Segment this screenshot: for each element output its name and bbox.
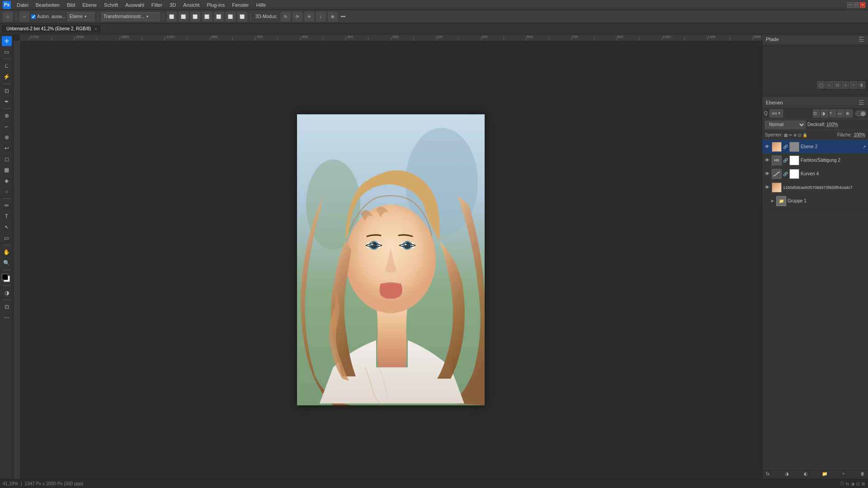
align-top-button[interactable]: ⬜ bbox=[202, 12, 212, 22]
shape-tool[interactable]: ▭ bbox=[2, 233, 12, 243]
minimize-button[interactable]: ─ bbox=[847, 2, 853, 8]
menu-bearbeiten[interactable]: Bearbeiten bbox=[33, 1, 63, 9]
color-swatches[interactable] bbox=[2, 274, 12, 284]
lock-transparent-icon[interactable]: ▦ bbox=[784, 133, 788, 137]
close-button[interactable]: × bbox=[860, 2, 865, 8]
menu-bild[interactable]: Bild bbox=[64, 1, 78, 9]
layer-adjustment-button[interactable]: ◐ bbox=[802, 470, 809, 478]
layer-new-button[interactable]: + bbox=[840, 470, 847, 478]
3d-slide-button[interactable]: ↕ bbox=[316, 12, 326, 22]
align-left-button[interactable]: ⬜ bbox=[167, 12, 177, 22]
layer-row-farbton[interactable]: 👁 HS 🔗 Farbton/Sättigung 2 bbox=[762, 154, 868, 167]
lock-all-icon[interactable]: 🔒 bbox=[802, 133, 807, 137]
layer-link-kurven4[interactable]: 🔗 bbox=[783, 172, 788, 176]
heal-tool[interactable]: ⊕ bbox=[2, 111, 12, 121]
paths-panel-menu-icon[interactable]: ☰ bbox=[859, 36, 864, 43]
maximize-button[interactable]: □ bbox=[854, 2, 859, 8]
history-brush-tool[interactable]: ↩ bbox=[2, 143, 12, 153]
pen-tool[interactable]: ✏ bbox=[2, 201, 12, 211]
blur-tool[interactable]: ◈ bbox=[2, 176, 12, 186]
selection-tool[interactable]: ▭ bbox=[2, 47, 12, 57]
selection-to-path-button[interactable]: ◇ bbox=[842, 81, 849, 89]
align-center-h-button[interactable]: ⬜ bbox=[179, 12, 189, 22]
path-select-tool[interactable]: ↖ bbox=[2, 222, 12, 232]
menu-ebene[interactable]: Ebene bbox=[79, 1, 100, 9]
align-middle-v-button[interactable]: ⬜ bbox=[214, 12, 224, 22]
status-artboard-icon[interactable]: ⊡ bbox=[856, 482, 860, 486]
layers-panel-menu-icon[interactable]: ☰ bbox=[859, 99, 864, 106]
layer-row-ebene2[interactable]: 👁 🔗 Ebene 2 ↗ bbox=[762, 140, 868, 154]
crop-tool[interactable]: ⊡ bbox=[2, 86, 12, 96]
layer-visibility-kurven4[interactable]: 👁 bbox=[764, 171, 770, 177]
layer-group-button[interactable]: 📁 bbox=[821, 470, 828, 478]
move-tool-options[interactable]: ↔ bbox=[19, 12, 29, 22]
auto-select-checkbox[interactable] bbox=[31, 14, 36, 19]
layer-link-farbton[interactable]: 🔗 bbox=[783, 158, 788, 163]
distribute-button[interactable]: ⬜ bbox=[237, 12, 247, 22]
transform-dropdown[interactable]: Transformationsstr... ▼ bbox=[101, 12, 160, 21]
status-fullscreen-icon[interactable]: ⊞ bbox=[862, 482, 865, 486]
fill-value[interactable]: 100% bbox=[854, 132, 865, 137]
quick-mask-button[interactable]: ◑ bbox=[2, 288, 12, 298]
layer-fx-button[interactable]: fx bbox=[764, 470, 771, 478]
dodge-tool[interactable]: ○ bbox=[2, 187, 12, 197]
lock-position-icon[interactable]: ⊕ bbox=[793, 133, 797, 137]
status-fx-icon[interactable]: fx bbox=[846, 482, 849, 486]
3d-scale-button[interactable]: ⊕ bbox=[328, 12, 338, 22]
layer-add-mask-button[interactable]: ◑ bbox=[783, 470, 790, 478]
lock-artboard-icon[interactable]: ⊡ bbox=[798, 133, 802, 137]
menu-hilfe[interactable]: Hilfe bbox=[253, 1, 269, 9]
menu-fenster[interactable]: Fenster bbox=[229, 1, 252, 9]
filter-kind-dropdown[interactable]: Art ▼ bbox=[769, 109, 783, 117]
path-stroke-button[interactable]: ⌐ bbox=[826, 81, 833, 89]
eyedropper-tool[interactable]: ✒ bbox=[2, 97, 12, 107]
layer-visibility-farbton[interactable]: 👁 bbox=[764, 157, 770, 164]
filter-smart-button[interactable]: ⊗ bbox=[845, 109, 853, 117]
opacity-value[interactable]: 100% bbox=[826, 122, 838, 127]
path-to-selection-button[interactable]: ⊡ bbox=[834, 81, 841, 89]
move-tool[interactable]: ✛ bbox=[2, 36, 12, 46]
hand-tool[interactable]: ✋ bbox=[2, 247, 12, 257]
menu-3d[interactable]: 3D bbox=[166, 1, 179, 9]
filter-shape-button[interactable]: ▭ bbox=[837, 109, 844, 117]
layer-row-gruppe1[interactable]: ▶ 📁 Gruppe 1 bbox=[762, 194, 868, 208]
canvas-image[interactable] bbox=[297, 114, 485, 405]
menu-ansicht[interactable]: Ansicht bbox=[180, 1, 203, 9]
layer-row-hash[interactable]: 👁 11b0d5dcae835708d472f6d3f54ca4c7 bbox=[762, 181, 868, 194]
layer-row-kurven4[interactable]: 👁 🔗 Kurven 4 bbox=[762, 167, 868, 181]
menu-filter[interactable]: Filter bbox=[148, 1, 165, 9]
align-right-button[interactable]: ⬜ bbox=[190, 12, 200, 22]
document-tab[interactable]: Unbenannt-2 bei 41,2% (Ebene 2, RGB/8) × bbox=[2, 25, 102, 33]
layer-delete-button[interactable]: 🗑 bbox=[859, 470, 866, 478]
3d-orbit-button[interactable]: ↻ bbox=[281, 12, 291, 22]
layer-visibility-ebene2[interactable]: 👁 bbox=[764, 144, 770, 150]
quick-select-tool[interactable]: ⚡ bbox=[2, 72, 12, 82]
filter-type-button[interactable]: T bbox=[829, 109, 836, 117]
screen-mode-button[interactable]: ⊡ bbox=[2, 302, 12, 312]
extras-button[interactable]: ⋯ bbox=[2, 313, 12, 323]
text-tool[interactable]: T bbox=[2, 211, 12, 221]
filter-adjustment-button[interactable]: ◑ bbox=[821, 109, 828, 117]
lock-brush-icon[interactable]: ✏ bbox=[789, 133, 793, 137]
path-fill-button[interactable]: ◯ bbox=[817, 81, 825, 89]
zoom-tool[interactable]: 🔍 bbox=[2, 258, 12, 268]
brush-tool[interactable]: ⌐ bbox=[2, 122, 12, 131]
foreground-color-swatch[interactable] bbox=[2, 274, 8, 280]
align-bottom-button[interactable]: ⬜ bbox=[226, 12, 236, 22]
layer-select-dropdown[interactable]: Ebene ▼ bbox=[67, 12, 94, 21]
blend-mode-select[interactable]: Normal bbox=[765, 121, 806, 129]
filter-pixel-button[interactable]: ⊡ bbox=[813, 109, 820, 117]
filter-toggle[interactable] bbox=[855, 111, 866, 116]
status-mask-icon[interactable]: ◑ bbox=[851, 482, 854, 486]
clone-tool[interactable]: ⊗ bbox=[2, 132, 12, 142]
3d-roll-button[interactable]: ⟳ bbox=[292, 12, 302, 22]
new-path-button[interactable]: + bbox=[850, 81, 857, 89]
menu-auswahl[interactable]: Auswahl bbox=[122, 1, 147, 9]
gradient-tool[interactable]: ▦ bbox=[2, 165, 12, 175]
menu-datei[interactable]: Datei bbox=[14, 1, 32, 9]
status-info-icon[interactable]: ⓘ bbox=[840, 481, 844, 487]
eraser-tool[interactable]: ◻ bbox=[2, 154, 12, 164]
home-button[interactable]: ⌂ bbox=[3, 12, 13, 22]
tab-close-button[interactable]: × bbox=[94, 27, 97, 31]
group-expand-arrow[interactable]: ▶ bbox=[771, 199, 774, 203]
